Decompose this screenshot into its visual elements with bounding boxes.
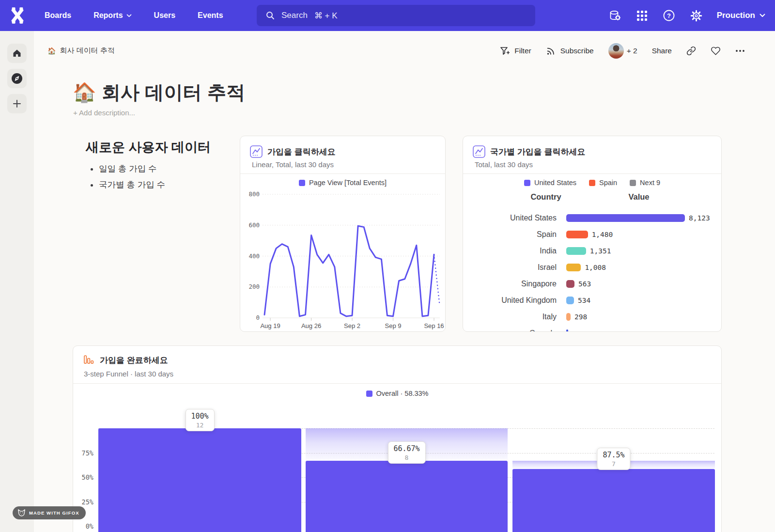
country-label: India: [463, 247, 557, 255]
country-label: Spain: [463, 230, 557, 239]
nav-item-reports[interactable]: Reports: [93, 11, 131, 20]
country-row[interactable]: Singapore563: [463, 276, 715, 292]
mixpanel-logo-icon: [8, 6, 27, 25]
country-row[interactable]: Italy298: [463, 309, 715, 325]
search-input[interactable]: Search ⌘ + K: [257, 5, 535, 26]
svg-text:0: 0: [256, 314, 260, 321]
gifox-badge[interactable]: MADE WITH GIFOX: [13, 506, 86, 519]
country-chart-title: 국가별 가입을 클릭하세요: [490, 146, 585, 157]
svg-text:200: 200: [248, 283, 260, 290]
country-bar[interactable]: [566, 231, 588, 238]
funnel-subtitle: 3-step Funnel · last 30 days: [84, 370, 173, 378]
legend-item[interactable]: Overall · 58.33%: [366, 390, 429, 397]
country-value: 1,351: [590, 247, 611, 255]
funnel-count: 7: [603, 460, 624, 468]
svg-text:Sep 16: Sep 16: [424, 322, 444, 329]
share-label: Share: [652, 47, 672, 55]
settings-gear-icon[interactable]: [690, 9, 703, 22]
country-chart-subtitle: Total, last 30 days: [475, 160, 533, 169]
create-new-button[interactable]: [7, 94, 27, 113]
funnel-step-bar[interactable]: [512, 469, 715, 532]
divider: [73, 383, 721, 384]
nav-item-boards[interactable]: Boards: [45, 11, 71, 20]
help-icon[interactable]: ?: [663, 9, 676, 22]
country-bar-card[interactable]: 국가별 가입을 클릭하세요 Total, last 30 days United…: [463, 136, 722, 332]
country-label: Israel: [463, 263, 557, 272]
funnel-step-bar[interactable]: [306, 461, 508, 532]
funnel-conversion-pct: 87.5%: [603, 451, 624, 459]
funnel-ytick-label: 75%: [74, 449, 93, 457]
funnel-ytick-label: 50%: [74, 473, 93, 481]
country-value: 563: [578, 280, 591, 288]
funnel-chart-card[interactable]: 가입을 완료하세요 3-step Funnel · last 30 days O…: [73, 345, 722, 532]
country-bar[interactable]: [566, 247, 586, 255]
collaborators[interactable]: + 2: [608, 43, 637, 59]
funnel-count: 12: [191, 422, 208, 429]
funnel-conversion-pct: 100%: [191, 412, 208, 421]
nav-item-events[interactable]: Events: [198, 11, 223, 20]
discover-button[interactable]: [7, 69, 27, 88]
country-label: Italy: [463, 313, 557, 321]
filter-label: Filter: [514, 47, 531, 55]
breadcrumb[interactable]: 🏠 회사 데이터 추적: [47, 46, 115, 55]
country-bar[interactable]: [566, 329, 568, 332]
country-bar[interactable]: [566, 280, 574, 288]
nav-item-users[interactable]: Users: [154, 11, 175, 20]
svg-text:Sep 2: Sep 2: [344, 322, 360, 329]
share-button[interactable]: Share: [652, 47, 672, 55]
legend-swatch: [366, 391, 372, 397]
country-value: 8,123: [689, 214, 710, 222]
apps-grid-icon[interactable]: [636, 9, 649, 22]
funnel-step-bar[interactable]: [98, 428, 301, 532]
legend-item[interactable]: Spain: [589, 179, 617, 187]
funnel-ytick-label: 0%: [74, 522, 93, 530]
filter-button[interactable]: Filter: [500, 47, 531, 56]
country-row[interactable]: Israel1,008: [463, 259, 715, 276]
svg-text:400: 400: [248, 252, 260, 260]
legend-item[interactable]: United States: [524, 179, 576, 187]
favorite-button[interactable]: [711, 46, 721, 56]
line-chart-plot[interactable]: 8006004002000Aug 19Aug 26Sep 2Sep 9Sep 1…: [240, 136, 445, 331]
home-button[interactable]: [7, 44, 27, 63]
more-options-button[interactable]: [735, 49, 745, 52]
country-label: United States: [463, 214, 557, 222]
funnel-chart-type-icon: [83, 354, 94, 365]
notes-bullet: 국가별 총 가입 수: [99, 179, 165, 190]
country-row[interactable]: India1,351: [463, 243, 715, 259]
country-bar[interactable]: [566, 313, 571, 321]
nav-right-group: ? Prouction: [608, 0, 765, 31]
breadcrumb-emoji: 🏠: [47, 47, 56, 55]
heart-icon: [711, 46, 721, 56]
svg-text:Aug 19: Aug 19: [260, 322, 280, 329]
rss-icon: [546, 46, 556, 56]
mixpanel-logo[interactable]: [8, 6, 27, 25]
filter-icon: [500, 47, 510, 56]
svg-text:?: ?: [667, 12, 671, 19]
project-name: Prouction: [717, 11, 755, 20]
line-chart-card[interactable]: 가입을 클릭하세요 Linear, Total, last 30 days Pa…: [240, 136, 446, 332]
notes-bullet-list: 일일 총 가입 수국가별 총 가입 수: [88, 163, 165, 195]
copy-link-button[interactable]: [686, 46, 696, 56]
subscribe-button[interactable]: Subscribe: [546, 46, 594, 56]
legend-label: Overall · 58.33%: [376, 390, 429, 397]
notes-heading: 새로운 사용자 데이터: [86, 139, 211, 156]
divider: [463, 173, 721, 174]
country-value: 534: [578, 297, 590, 304]
compass-icon: [11, 72, 23, 85]
data-management-icon[interactable]: [608, 9, 621, 22]
add-description-button[interactable]: + Add description...: [73, 109, 135, 117]
legend-item[interactable]: Next 9: [630, 179, 660, 187]
country-bar[interactable]: [566, 214, 685, 222]
collaborator-avatar: [608, 43, 624, 59]
country-bar[interactable]: [566, 264, 581, 271]
chevron-down-icon: [126, 14, 132, 17]
country-bar[interactable]: [566, 297, 574, 304]
country-row[interactable]: Spain1,480: [463, 226, 715, 243]
funnel-ytick-label: 25%: [74, 498, 93, 506]
svg-text:Sep 9: Sep 9: [385, 322, 402, 329]
country-value: 1,480: [592, 231, 613, 238]
country-row[interactable]: United States8,123: [463, 210, 715, 226]
country-row[interactable]: Canada: [463, 325, 715, 332]
project-switcher[interactable]: Prouction: [717, 11, 765, 20]
country-row[interactable]: United Kingdom534: [463, 292, 715, 309]
